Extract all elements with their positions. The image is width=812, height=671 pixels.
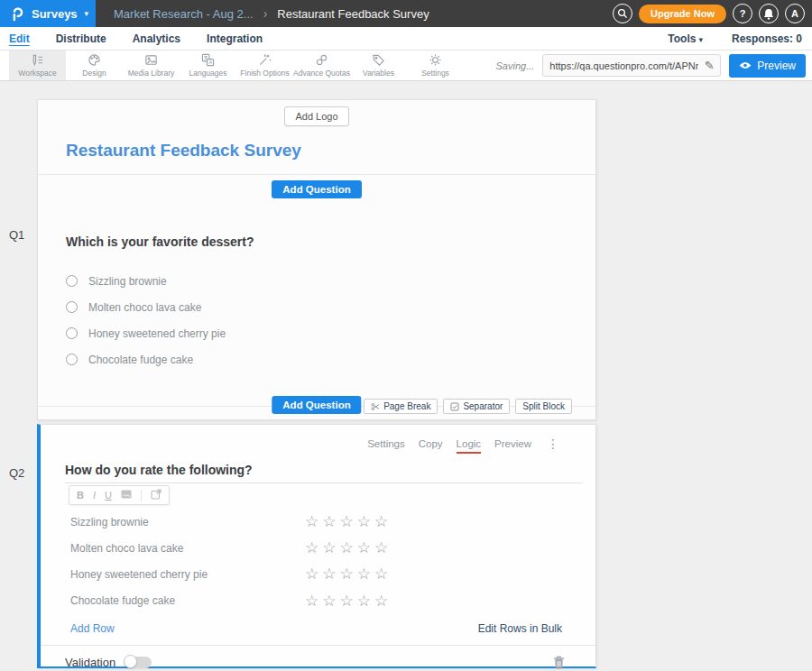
tool-languages[interactable]: A Languages xyxy=(180,51,236,80)
tab-analytics[interactable]: Analytics xyxy=(133,32,180,45)
row-label[interactable]: Chocolate fudge cake xyxy=(41,594,305,607)
q2-logic[interactable]: Logic xyxy=(457,438,482,454)
star-icon[interactable]: ☆ xyxy=(322,593,339,610)
star-icon[interactable]: ☆ xyxy=(357,565,374,583)
row-label[interactable]: Sizzling brownie xyxy=(41,516,305,529)
star-icon[interactable]: ☆ xyxy=(322,539,339,556)
q2-preview[interactable]: Preview xyxy=(494,438,531,449)
option-label[interactable]: Molten choco lava cake xyxy=(88,301,201,314)
breadcrumb-folder[interactable]: Market Research - Aug 2... xyxy=(114,7,254,21)
surveys-menu[interactable]: Surveys ▾ xyxy=(0,0,96,27)
validation-toggle[interactable] xyxy=(125,657,152,668)
survey-title[interactable]: Restaurant Feedback Survey xyxy=(66,141,595,161)
star-icon[interactable]: ☆ xyxy=(340,565,357,583)
row-label[interactable]: Honey sweetened cherry pie xyxy=(41,568,305,581)
logo-row: Add Logo xyxy=(38,100,595,126)
star-icon[interactable]: ☆ xyxy=(340,513,357,530)
tool-workspace[interactable]: Workspace xyxy=(9,51,66,80)
help-button[interactable]: ? xyxy=(733,4,752,23)
star-icon[interactable]: ☆ xyxy=(357,593,374,610)
add-question-button-top[interactable]: Add Question xyxy=(272,180,361,198)
star-icon[interactable]: ☆ xyxy=(322,513,339,530)
notifications-button[interactable] xyxy=(759,4,779,23)
star-icon[interactable]: ☆ xyxy=(305,593,322,610)
tool-settings[interactable]: Settings xyxy=(407,51,464,80)
q1-options: Sizzling brownie Molten choco lava cake … xyxy=(66,268,595,372)
edit-rows-in-bulk-link[interactable]: Edit Rows in Bulk xyxy=(478,622,562,635)
star-icon[interactable]: ☆ xyxy=(357,513,374,530)
tab-edit[interactable]: Edit xyxy=(9,32,30,45)
split-block-button[interactable]: Split Block xyxy=(515,399,572,414)
row-label[interactable]: Molten choco lava cake xyxy=(41,542,305,555)
separator-icon xyxy=(450,402,459,411)
add-logo-button[interactable]: Add Logo xyxy=(284,106,348,126)
search-button[interactable] xyxy=(613,4,632,23)
q1-option-row: Sizzling brownie xyxy=(66,268,595,294)
page-break-button[interactable]: Page Break xyxy=(364,399,438,414)
underline-button[interactable]: U xyxy=(105,491,112,501)
q1-option-row: Honey sweetened cherry pie xyxy=(66,320,595,346)
eye-icon xyxy=(739,61,752,69)
star-icon[interactable]: ☆ xyxy=(305,539,322,556)
star-icon[interactable]: ☆ xyxy=(340,593,357,610)
star-icon[interactable]: ☆ xyxy=(374,513,392,530)
star-icon[interactable]: ☆ xyxy=(357,539,374,556)
tool-label: Design xyxy=(82,69,106,78)
insert-link-button[interactable] xyxy=(151,489,161,501)
star-icon[interactable]: ☆ xyxy=(340,539,357,556)
tool-label: Advance Quotas xyxy=(293,69,350,78)
add-question-button-bottom[interactable]: Add Question xyxy=(272,396,361,414)
questionpro-logo-icon xyxy=(10,6,25,22)
star-icon[interactable]: ☆ xyxy=(322,565,339,583)
tab-distribute[interactable]: Distribute xyxy=(56,32,106,45)
star-icon[interactable]: ☆ xyxy=(305,565,322,583)
q2-copy[interactable]: Copy xyxy=(419,438,443,449)
more-options-icon[interactable]: ⋮ xyxy=(547,437,559,450)
preview-button[interactable]: Preview xyxy=(729,54,806,78)
tool-design[interactable]: Design xyxy=(66,51,123,80)
tool-label: Variables xyxy=(363,69,394,78)
radio-button[interactable] xyxy=(66,275,78,287)
italic-button[interactable]: I xyxy=(93,491,96,501)
star-icon[interactable]: ☆ xyxy=(305,513,322,530)
bold-button[interactable]: B xyxy=(77,491,84,501)
radio-button[interactable] xyxy=(66,327,78,339)
q2-settings[interactable]: Settings xyxy=(367,438,405,449)
option-label[interactable]: Sizzling brownie xyxy=(88,275,167,288)
edit-url-pencil-icon[interactable]: ✎ xyxy=(698,59,720,72)
separator-button[interactable]: Separator xyxy=(443,399,510,414)
star-icon[interactable]: ☆ xyxy=(374,539,392,556)
upgrade-now-button[interactable]: Upgrade Now xyxy=(639,5,726,23)
option-label[interactable]: Chocolate fudge cake xyxy=(88,354,193,366)
tool-finish-options[interactable]: Finish Options xyxy=(236,51,293,80)
q2-question-text[interactable]: How do you rate the following? xyxy=(65,463,583,483)
q1-question-text[interactable]: Which is your favorite dessert? xyxy=(66,234,595,249)
preview-label: Preview xyxy=(757,60,796,72)
rating-row: Honey sweetened cherry pie ☆☆☆☆☆ xyxy=(41,561,595,587)
avatar[interactable]: A xyxy=(785,4,805,23)
star-icon[interactable]: ☆ xyxy=(374,593,392,610)
insert-image-button[interactable] xyxy=(121,490,132,501)
tools-label: Tools xyxy=(668,32,696,45)
tab-integration[interactable]: Integration xyxy=(207,32,263,45)
subnav-right: Tools▾ Responses: 0 xyxy=(668,32,803,45)
radio-button[interactable] xyxy=(66,301,78,313)
star-icon[interactable]: ☆ xyxy=(374,565,392,583)
survey-url[interactable]: https://qa.questionpro.com/t/APNrFZgS xyxy=(543,60,698,71)
tool-media-library[interactable]: Media Library xyxy=(123,51,180,80)
tools-menu[interactable]: Tools▾ xyxy=(668,32,703,45)
divider xyxy=(141,490,142,501)
tool-label: Languages xyxy=(189,69,226,78)
q2-row-actions: Add Row Edit Rows in Bulk xyxy=(41,614,595,645)
radio-button[interactable] xyxy=(66,354,78,365)
delete-question-button[interactable] xyxy=(553,656,565,669)
external-link-icon xyxy=(151,489,161,500)
tool-advance-quotas[interactable]: Advance Quotas xyxy=(293,51,350,80)
saving-status: Saving... xyxy=(496,60,535,71)
option-label[interactable]: Honey sweetened cherry pie xyxy=(88,327,226,340)
search-icon xyxy=(617,8,628,19)
tool-variables[interactable]: Variables xyxy=(350,51,407,80)
top-bar: Surveys ▾ Market Research - Aug 2... › R… xyxy=(0,0,812,27)
survey-url-field[interactable]: https://qa.questionpro.com/t/APNrFZgS ✎ xyxy=(542,54,721,77)
add-row-link[interactable]: Add Row xyxy=(70,622,115,635)
